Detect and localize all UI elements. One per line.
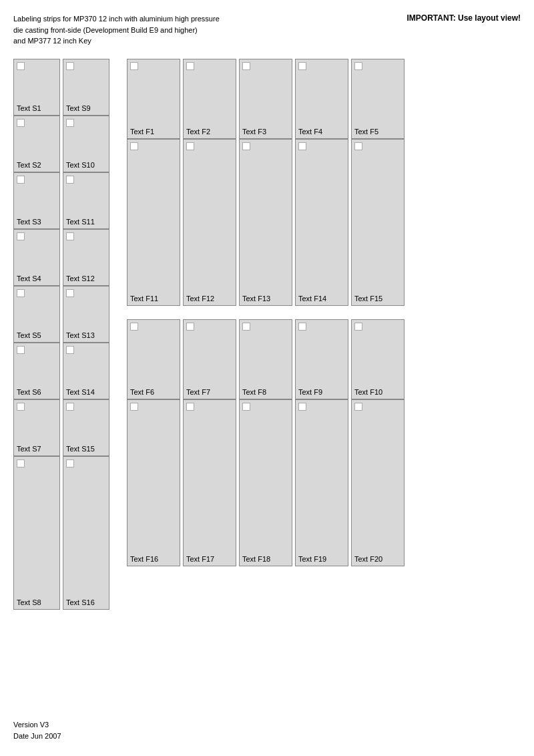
s5-label: Text S5: [17, 331, 57, 339]
f-col-5: Text F5 Text F15: [351, 59, 405, 306]
s-cell-s14: Text S14: [63, 343, 109, 399]
page: Labeling strips for MP370 12 inch with a…: [0, 0, 534, 756]
f-cell-f1: Text F1: [127, 59, 180, 139]
f10-indicator: [354, 323, 362, 331]
s6-indicator: [17, 346, 25, 354]
f-cell-f6: Text F6: [127, 319, 180, 399]
f-cell-f15: Text F15: [351, 139, 405, 306]
f-col-7: Text F7 Text F17: [183, 319, 236, 566]
f4-label: Text F4: [298, 128, 345, 136]
s-cell-s16: Text S16: [63, 456, 109, 610]
f15-label: Text F15: [354, 295, 401, 303]
f1-label: Text F1: [130, 128, 177, 136]
f19-label: Text F19: [298, 555, 345, 563]
f3-indicator: [242, 62, 250, 70]
s16-label: Text S16: [66, 598, 106, 606]
f11-label: Text F11: [130, 295, 177, 303]
f18-indicator: [242, 403, 250, 411]
f-cell-f8: Text F8: [239, 319, 292, 399]
f-cell-f13: Text F13: [239, 139, 292, 306]
s-col-1: Text S1 Text S2 Text S3 Text S4 Text S5: [13, 59, 60, 610]
f-cell-f20: Text F20: [351, 399, 405, 566]
f16-indicator: [130, 403, 138, 411]
f8-label: Text F8: [242, 388, 289, 396]
f-cell-f11: Text F11: [127, 139, 180, 306]
f14-label: Text F14: [298, 295, 345, 303]
f9-label: Text F9: [298, 388, 345, 396]
f-col-3: Text F3 Text F13: [239, 59, 292, 306]
s9-label: Text S9: [66, 104, 106, 112]
f-cell-f4: Text F4: [295, 59, 348, 139]
s-cell-s11: Text S11: [63, 172, 109, 229]
f-cell-f9: Text F9: [295, 319, 348, 399]
s12-label: Text S12: [66, 274, 106, 282]
f-col-1: Text F1 Text F11: [127, 59, 180, 306]
s11-label: Text S11: [66, 218, 106, 226]
f-cell-f19: Text F19: [295, 399, 348, 566]
f2-label: Text F2: [186, 128, 233, 136]
s4-indicator: [17, 232, 25, 240]
s-cell-s2: Text S2: [13, 116, 60, 172]
f20-label: Text F20: [354, 555, 401, 563]
s5-indicator: [17, 289, 25, 297]
f-cell-f12: Text F12: [183, 139, 236, 306]
s10-label: Text S10: [66, 161, 106, 169]
f13-indicator: [242, 142, 250, 150]
f8-indicator: [242, 323, 250, 331]
footer-line1: Version V3: [13, 719, 61, 731]
s-cell-s15: Text S15: [63, 399, 109, 456]
footer: Version V3 Date Jun 2007: [13, 719, 61, 743]
f15-indicator: [354, 142, 362, 150]
f-cell-f2: Text F2: [183, 59, 236, 139]
s-cell-s4: Text S4: [13, 229, 60, 286]
f4-indicator: [298, 62, 306, 70]
s11-indicator: [66, 176, 74, 184]
f20-indicator: [354, 403, 362, 411]
s15-indicator: [66, 403, 74, 411]
f11-indicator: [130, 142, 138, 150]
s2-label: Text S2: [17, 161, 57, 169]
s-cell-s6: Text S6: [13, 343, 60, 399]
s4-label: Text S4: [17, 274, 57, 282]
f-area: Text F1 Text F11 Text F2 Text F: [127, 59, 405, 566]
f19-indicator: [298, 403, 306, 411]
header-line2: die casting front-side (Development Buil…: [13, 25, 220, 36]
s15-label: Text S15: [66, 445, 106, 453]
f18-label: Text F18: [242, 555, 289, 563]
header-line1: Labeling strips for MP370 12 inch with a…: [13, 13, 220, 25]
s6-label: Text S6: [17, 388, 57, 396]
f-cell-f14: Text F14: [295, 139, 348, 306]
s-columns: Text S1 Text S2 Text S3 Text S4 Text S5: [13, 59, 109, 610]
f17-label: Text F17: [186, 555, 233, 563]
s1-indicator: [17, 62, 25, 70]
footer-line2: Date Jun 2007: [13, 731, 61, 743]
f9-indicator: [298, 323, 306, 331]
f6-label: Text F6: [130, 388, 177, 396]
f14-indicator: [298, 142, 306, 150]
s10-indicator: [66, 119, 74, 127]
header: Labeling strips for MP370 12 inch with a…: [13, 13, 521, 47]
f6-indicator: [130, 323, 138, 331]
s9-indicator: [66, 62, 74, 70]
s-cell-s7: Text S7: [13, 399, 60, 456]
f-top-row: Text F1 Text F11 Text F2 Text F: [127, 59, 405, 306]
s3-label: Text S3: [17, 218, 57, 226]
s14-indicator: [66, 346, 74, 354]
s7-label: Text S7: [17, 445, 57, 453]
f-col-6: Text F6 Text F16: [127, 319, 180, 566]
header-left: Labeling strips for MP370 12 inch with a…: [13, 13, 220, 47]
header-right: IMPORTANT: Use layout view!: [407, 13, 521, 23]
s12-indicator: [66, 232, 74, 240]
f-cell-f10: Text F10: [351, 319, 405, 399]
s8-indicator: [17, 459, 25, 467]
f-col-10: Text F10 Text F20: [351, 319, 405, 566]
s14-label: Text S14: [66, 388, 106, 396]
s-cell-s3: Text S3: [13, 172, 60, 229]
f13-label: Text F13: [242, 295, 289, 303]
s7-indicator: [17, 403, 25, 411]
s-cell-s12: Text S12: [63, 229, 109, 286]
f-cell-f17: Text F17: [183, 399, 236, 566]
f-col-9: Text F9 Text F19: [295, 319, 348, 566]
f12-indicator: [186, 142, 194, 150]
f7-label: Text F7: [186, 388, 233, 396]
